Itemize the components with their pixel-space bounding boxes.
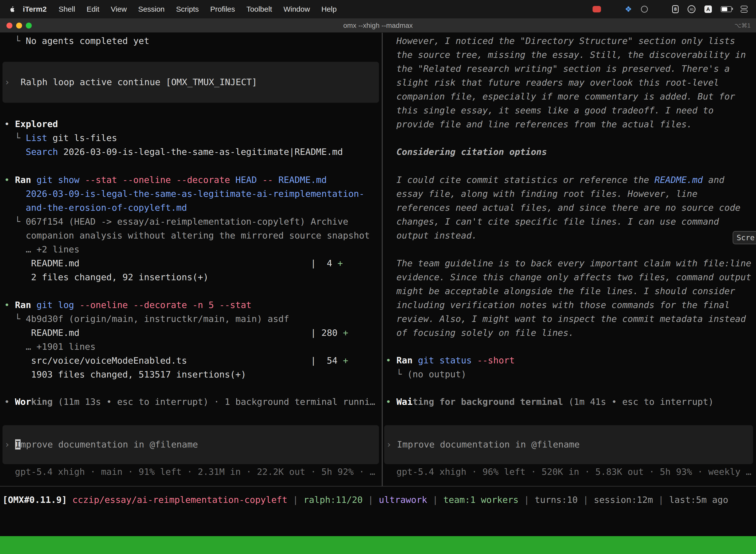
text-segment: + — [337, 258, 343, 268]
text-segment: | — [519, 495, 535, 505]
text-segment: session:12m — [594, 495, 653, 505]
text-segment: └ 067f154 (HEAD -> essay/ai-reimplementa… — [4, 216, 348, 227]
gauge-icon[interactable]: .61 — [688, 5, 695, 13]
text-segment: changes, I can't cite specific file line… — [386, 216, 719, 227]
text-segment: essay file, along with finding root file… — [386, 189, 697, 199]
round-app-icon[interactable] — [641, 6, 648, 13]
terminal-line: • Ran git show --stat --oneline --decora… — [4, 173, 382, 187]
screen-recording-icon[interactable] — [592, 6, 601, 12]
text-segment: ralph:11/20 — [304, 495, 363, 505]
tmux-pane-right: However, I noticed the "Directory Struct… — [383, 33, 756, 486]
text-segment: › — [4, 77, 20, 87]
waiting-status: • Waiting for background terminal (1m 41… — [386, 395, 756, 409]
terminal-line: provide file and line references from th… — [386, 117, 756, 131]
battery-icon[interactable] — [721, 6, 732, 12]
menu-session[interactable]: Session — [132, 5, 170, 13]
text-segment: and — [703, 175, 724, 185]
text-segment: of focusing solely on file lines. — [386, 328, 574, 338]
window-grid-icon[interactable] — [610, 6, 616, 12]
text-segment: • — [4, 397, 15, 407]
menu-edit[interactable]: Edit — [81, 5, 105, 13]
text-segment: • — [4, 300, 15, 310]
prompt-input-left[interactable]: › Improve documentation in @filename — [2, 425, 379, 464]
explored-block: • Explored └ List git ls-files Search 20… — [4, 117, 382, 159]
terminal-line: references need actual files, and since … — [386, 201, 756, 215]
text-segment: … +2 lines — [4, 244, 79, 255]
text-segment: companion file, especially if more comme… — [386, 91, 735, 102]
prompt-input-left-line: › Improve documentation in @filename — [4, 438, 379, 451]
text-segment: └ — [4, 36, 26, 46]
terminal-line: output instead. — [386, 229, 756, 242]
menu-scripts[interactable]: Scripts — [170, 5, 205, 13]
terminal-line: gpt-5.4 xhigh · main · 91% left · 2.31M … — [4, 465, 382, 479]
blue-app-icon[interactable]: ❖ — [625, 4, 632, 14]
terminal-line: The team guideline is to back every impo… — [386, 257, 756, 270]
text-segment: HEAD — [230, 175, 257, 185]
terminal-line: Search 2026-03-09-is-legal-the-same-as-l… — [4, 145, 382, 159]
terminal-line: Considering citation options — [386, 145, 756, 159]
text-segment: README.md — [654, 175, 703, 185]
text-segment: + — [343, 328, 348, 338]
text-segment: provide file and line references from th… — [386, 119, 692, 129]
text-segment: • — [386, 397, 396, 407]
terminal-line: • Waiting for background terminal (1m 41… — [386, 395, 756, 409]
text-segment: └ (no output) — [386, 369, 466, 379]
git-status-block: • Ran git status --short └ (no output) — [386, 353, 756, 381]
input-source-icon[interactable]: A — [704, 5, 712, 13]
text-segment: Search — [26, 147, 58, 157]
desktop-screen: iTerm2 Shell Edit View Session Scripts P… — [0, 0, 756, 554]
terminal-line: • Ran git log --oneline --decorate -n 5 … — [4, 298, 382, 312]
text-segment: and-the-erosion-of-copyleft.md — [4, 203, 187, 213]
app-launcher-dots-icon[interactable] — [657, 6, 663, 12]
window-title: omx --xhigh --madmax — [0, 18, 756, 33]
model-status-right: gpt-5.4 xhigh · 96% left · 520K in · 5.8… — [386, 465, 756, 479]
text-segment: git log — [37, 300, 74, 310]
git-log-block: • Ran git log --oneline --decorate -n 5 … — [4, 298, 382, 382]
menu-status-icons: ❖ 8 .61 A — [592, 4, 748, 14]
window-title-bar[interactable]: omx --xhigh --madmax ⌥⌘1 — [0, 18, 756, 33]
thinking-paragraph-2: I could cite commit statistics or refere… — [386, 173, 756, 242]
text-segment: the "Related research writing" section i… — [386, 63, 730, 74]
terminal-line: … +1901 lines — [4, 340, 382, 354]
menu-help[interactable]: Help — [316, 5, 342, 13]
terminal-line: changes, I can't cite specific file line… — [386, 215, 756, 229]
text-segment: | 54 — [311, 355, 343, 366]
control-center-icon[interactable] — [741, 6, 748, 13]
text-segment: references need actual files, and since … — [386, 203, 740, 213]
menu-profiles[interactable]: Profiles — [204, 5, 241, 13]
text-segment: README.md — [273, 175, 327, 185]
terminal-line: README.md | 4 + — [4, 257, 382, 270]
menu-view[interactable]: View — [105, 5, 132, 13]
menu-shell[interactable]: Shell — [53, 5, 81, 13]
terminal-line: 1903 files changed, 513517 insertions(+) — [4, 368, 382, 382]
menu-window[interactable]: Window — [278, 5, 316, 13]
text-segment: (11m 13s • esc to interrupt) · 1 backgro… — [53, 397, 375, 407]
terminal-line: of focusing solely on file lines. — [386, 326, 756, 340]
text-segment: -- — [257, 175, 273, 185]
window-shortcut-hint: ⌥⌘1 — [735, 18, 751, 33]
menu-app-iterm2[interactable]: iTerm2 — [18, 5, 53, 13]
text-segment: | — [653, 495, 669, 505]
text-segment: › — [4, 439, 15, 449]
text-segment: git ls-files — [47, 133, 117, 143]
inject-line: › Ralph loop active continue [OMX_TMUX_I… — [4, 75, 379, 89]
text-segment: git show — [37, 175, 79, 185]
terminal-line: and-the-erosion-of-copyleft.md — [4, 201, 382, 215]
prompt-input-right[interactable]: › Improve documentation in @filename — [384, 425, 753, 464]
text-segment: 1903 files changed, 513517 insertions(+) — [4, 369, 246, 380]
terminal-line: └ No agents completed yet — [4, 34, 382, 48]
text-segment: --short — [472, 355, 515, 365]
apple-menu-icon[interactable] — [10, 6, 15, 12]
terminal-line: └ List git ls-files — [4, 131, 382, 145]
terminal-line: the "Related research writing" section i… — [386, 62, 756, 76]
keyboard-key-icon[interactable]: 8 — [672, 5, 679, 13]
text-segment: team:1 workers — [443, 495, 518, 505]
text-segment: | 280 — [311, 328, 343, 338]
text-segment: | — [427, 495, 443, 505]
text-segment — [31, 300, 37, 310]
text-segment: Wai — [396, 397, 413, 407]
text-segment: evidence. Since this change only affects… — [386, 272, 751, 282]
text-segment: this single essay, it seems like a good … — [386, 105, 713, 115]
menu-toolbelt[interactable]: Toolbelt — [241, 5, 278, 13]
ralph-inject-box[interactable]: › Ralph loop active continue [OMX_TMUX_I… — [2, 62, 379, 103]
